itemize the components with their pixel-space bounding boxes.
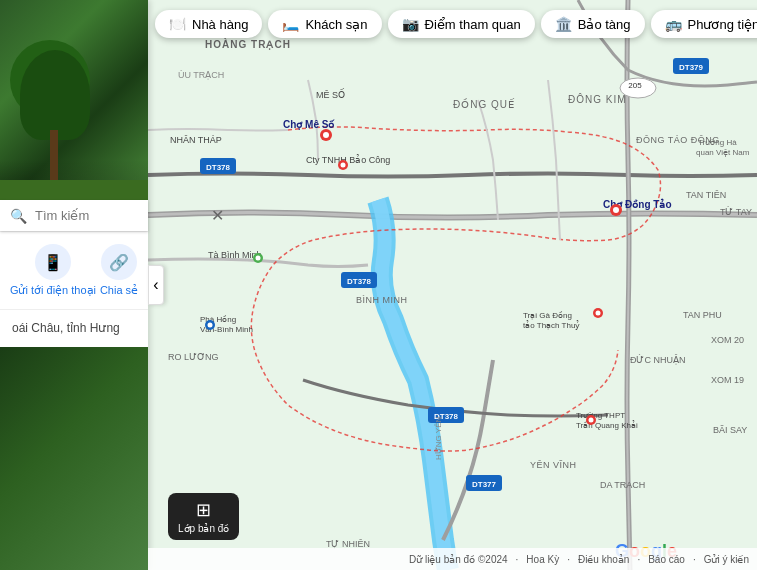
action-buttons: 📱 Gửi tới điện thoại 🔗 Chia sẻ xyxy=(0,231,148,310)
phone-icon: 📱 xyxy=(35,244,71,280)
collapse-sidebar-button[interactable]: ‹ xyxy=(148,265,164,305)
svg-text:BÌNH MINH: BÌNH MINH xyxy=(356,295,408,305)
svg-point-48 xyxy=(341,163,346,168)
svg-text:DT378: DT378 xyxy=(347,277,372,286)
share-button[interactable]: 🔗 Chia sẻ xyxy=(100,244,138,297)
svg-point-46 xyxy=(323,132,329,138)
svg-text:NHÂN THÁP: NHÂN THÁP xyxy=(170,135,222,145)
layers-icon: ⊞ xyxy=(196,499,211,521)
filter-chip-transit[interactable]: 🚌 Phương tiện c... xyxy=(651,10,757,38)
sidebar-address: oái Châu, tỉnh Hưng xyxy=(0,310,148,347)
svg-text:DT379: DT379 xyxy=(679,63,704,72)
svg-text:Chợ Mê Số: Chợ Mê Số xyxy=(283,119,335,130)
separator4: · xyxy=(693,554,696,565)
svg-text:HOÀNG TRẠCH: HOÀNG TRẠCH xyxy=(205,38,291,50)
svg-point-58 xyxy=(208,323,213,328)
svg-text:tảo Thạch Thuỷ: tảo Thạch Thuỷ xyxy=(523,320,580,330)
filter-bar: 🍽️ Nhà hàng 🛏️ Khách sạn 📷 Điểm tham qua… xyxy=(155,10,757,38)
svg-text:DT378: DT378 xyxy=(206,163,231,172)
svg-text:DA TRACH: DA TRACH xyxy=(600,480,645,490)
share-icon: 🔗 xyxy=(101,244,137,280)
sidebar: 🔍 ✕ 📱 Gửi tới điện thoại 🔗 Chia sẻ oái C… xyxy=(0,0,148,570)
hotel-icon: 🛏️ xyxy=(282,16,299,32)
sidebar-image xyxy=(0,0,148,200)
svg-text:YÊN VĨNH: YÊN VĨNH xyxy=(530,460,577,470)
svg-text:TAN TIÊN: TAN TIÊN xyxy=(686,190,726,200)
svg-text:Trường THPT: Trường THPT xyxy=(576,411,625,420)
share-label: Chia sẻ xyxy=(100,284,138,297)
svg-text:ĐỨC NHUẬN: ĐỨC NHUẬN xyxy=(630,354,686,365)
svg-text:DT377: DT377 xyxy=(472,480,497,489)
svg-text:ĐÔNG KIM: ĐÔNG KIM xyxy=(568,93,627,105)
svg-text:TAN PHU: TAN PHU xyxy=(683,310,722,320)
layer-label: Lớp bản đồ xyxy=(178,523,229,534)
filter-chip-hotels[interactable]: 🛏️ Khách sạn xyxy=(268,10,381,38)
hoa-ky-link[interactable]: Hoa Kỳ xyxy=(526,554,559,565)
filter-label-attractions: Điểm tham quan xyxy=(425,17,521,32)
filter-label-restaurants: Nhà hàng xyxy=(192,17,248,32)
svg-text:Trường Hà: Trường Hà xyxy=(698,138,737,147)
svg-point-52 xyxy=(256,256,261,261)
svg-text:Trại Gà Đồng: Trại Gà Đồng xyxy=(523,311,572,320)
filter-chip-museums[interactable]: 🏛️ Bảo tàng xyxy=(541,10,645,38)
svg-text:quan Việt Nam: quan Việt Nam xyxy=(696,148,750,157)
separator2: · xyxy=(567,554,570,565)
sidebar-bottom-image xyxy=(0,347,148,570)
svg-text:HƯNG YÊN: HƯNG YÊN xyxy=(434,416,443,460)
svg-point-50 xyxy=(613,207,619,213)
svg-text:Trần Quang Khải: Trần Quang Khải xyxy=(576,420,638,430)
svg-point-56 xyxy=(589,418,594,423)
svg-text:Cty TNHH Bảo Công: Cty TNHH Bảo Công xyxy=(306,154,390,165)
filter-chip-restaurants[interactable]: 🍽️ Nhà hàng xyxy=(155,10,262,38)
chevron-left-icon: ‹ xyxy=(153,276,158,294)
bus-icon: 🚌 xyxy=(665,16,682,32)
svg-text:TỪ TAY: TỪ TAY xyxy=(720,206,752,217)
filter-label-transit: Phương tiện c... xyxy=(688,17,757,32)
svg-text:RO LƯƠNG: RO LƯƠNG xyxy=(168,352,219,362)
bottom-bar: Dữ liệu bản đồ ©2024 · Hoa Kỳ · Điều kho… xyxy=(148,548,757,570)
feedback-link[interactable]: Gửi ý kiến xyxy=(704,554,749,565)
copyright-text: Dữ liệu bản đồ ©2024 xyxy=(409,554,508,565)
send-label: Gửi tới điện thoại xyxy=(10,284,96,297)
svg-text:ĐỒNG QUẾ: ĐỒNG QUẾ xyxy=(453,98,515,110)
send-to-phone-button[interactable]: 📱 Gửi tới điện thoại xyxy=(10,244,96,297)
close-icon[interactable]: ✕ xyxy=(211,206,224,225)
separator: · xyxy=(516,554,519,565)
search-input[interactable] xyxy=(35,208,203,223)
layer-button[interactable]: ⊞ Lớp bản đồ xyxy=(168,493,239,540)
svg-text:BÃI SAY: BÃI SAY xyxy=(713,425,747,435)
map[interactable]: DT378 DT378 DT378 DT377 DT379 HOÀNG TRẠC… xyxy=(148,0,757,570)
restaurant-icon: 🍽️ xyxy=(169,16,186,32)
filter-chip-attractions[interactable]: 📷 Điểm tham quan xyxy=(388,10,535,38)
search-bar[interactable]: 🔍 ✕ xyxy=(0,200,148,231)
svg-point-54 xyxy=(596,311,601,316)
svg-text:XOM 20: XOM 20 xyxy=(711,335,744,345)
svg-text:MÊ SỐ: MÊ SỐ xyxy=(316,88,345,100)
svg-text:XOM 19: XOM 19 xyxy=(711,375,744,385)
search-icon: 🔍 xyxy=(10,208,27,224)
report-link[interactable]: Báo cáo xyxy=(648,554,685,565)
svg-rect-0 xyxy=(148,0,757,570)
svg-text:Phà Hồng: Phà Hồng xyxy=(200,315,236,324)
filter-label-hotels: Khách sạn xyxy=(305,17,367,32)
svg-text:ÙU TRẠCH: ÙU TRẠCH xyxy=(178,70,224,80)
museum-icon: 🏛️ xyxy=(555,16,572,32)
camera-icon: 📷 xyxy=(402,16,419,32)
filter-label-museums: Bảo tàng xyxy=(578,17,631,32)
separator3: · xyxy=(637,554,640,565)
svg-text:205: 205 xyxy=(628,81,642,90)
terms-link[interactable]: Điều khoản xyxy=(578,554,629,565)
